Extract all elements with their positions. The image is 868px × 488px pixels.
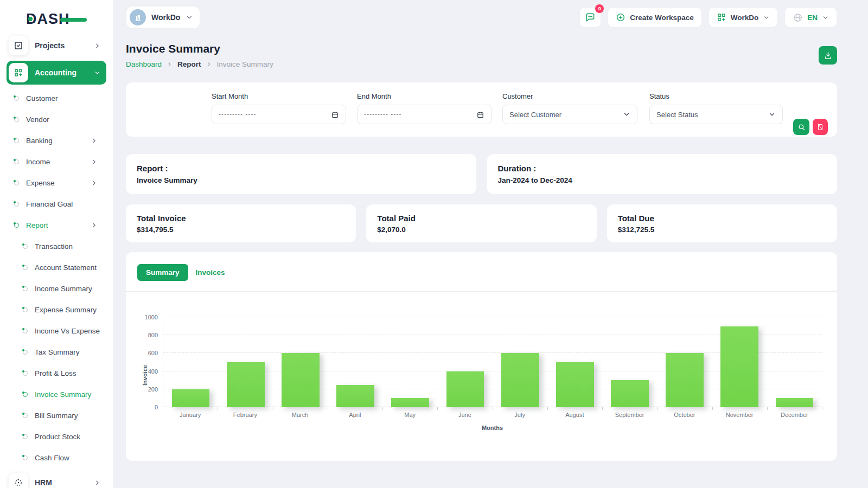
chevron-right-icon [206, 61, 212, 67]
topbar-actions: 0 Create Workspace WorkDo EN [579, 7, 837, 28]
bar-september[interactable] [611, 380, 649, 407]
sidebar-item-product-stock[interactable]: Product Stock [7, 426, 106, 447]
sidebar-item-bill-summary[interactable]: Bill Summary [7, 405, 106, 426]
sidebar-item-label: Customer [26, 94, 106, 102]
totals-row: Total Invoice $314,795.5 Total Paid $2,0… [126, 204, 837, 242]
total-due-value: $312,725.5 [618, 226, 826, 234]
sidebar-item-income[interactable]: Income [7, 151, 106, 172]
sidebar-item-label: Bill Summary [35, 412, 106, 420]
workspace-selector[interactable]: WorkDo [126, 6, 200, 29]
sidebar-item-expense[interactable]: Expense [7, 172, 106, 194]
language-code: EN [807, 14, 818, 22]
chart-x-tick [163, 407, 163, 410]
sidebar-item-banking[interactable]: Banking [7, 130, 106, 151]
chart-month-label: August [547, 412, 602, 418]
chart-x-tick [657, 407, 658, 410]
sidebar-item-financial-goal[interactable]: Financial Goal [7, 194, 106, 215]
download-button[interactable] [819, 46, 837, 65]
bar-october[interactable] [666, 353, 704, 407]
sidebar-item-accounting[interactable]: Accounting [7, 61, 106, 85]
chart-y-tick: 1000 [145, 314, 158, 320]
bullet-icon [14, 181, 19, 185]
sidebar-item-label: Tax Summary [35, 348, 106, 356]
chart-bar-slot [547, 317, 602, 407]
sidebar-item-projects[interactable]: Projects [7, 34, 106, 57]
bullet-icon [14, 138, 19, 143]
chart-bar-slot [493, 317, 547, 407]
tab-invoices[interactable]: Invoices [196, 268, 225, 277]
tab-summary[interactable]: Summary [137, 264, 188, 281]
bullet-icon [23, 329, 28, 333]
chevron-down-icon [763, 14, 770, 21]
duration-card-value: Jan-2024 to Dec-2024 [498, 176, 827, 184]
breadcrumb-report[interactable]: Report [177, 60, 201, 68]
sidebar-item-label: Invoice Summary [35, 390, 106, 399]
bar-august[interactable] [556, 362, 594, 407]
sidebar-item-cash-flow[interactable]: Cash Flow [7, 447, 106, 468]
bar-february[interactable] [227, 362, 265, 407]
sidebar-item-expense-summary[interactable]: Expense Summary [7, 299, 106, 320]
create-workspace-button[interactable]: Create Workspace [608, 7, 702, 28]
sidebar-item-income-summary[interactable]: Income Summary [7, 278, 106, 299]
bar-may[interactable] [391, 398, 429, 407]
customer-select[interactable]: Select Customer [502, 105, 637, 124]
chevron-down-icon [768, 111, 776, 118]
bar-november[interactable] [720, 326, 758, 407]
circle-plus-icon [616, 12, 626, 22]
sidebar-item-transaction[interactable]: Transaction [7, 236, 106, 257]
sidebar-item-profit-loss[interactable]: Profit & Loss [7, 363, 106, 384]
chart-x-tick [822, 407, 822, 410]
checkbox-icon [9, 36, 28, 55]
bar-april[interactable] [336, 385, 374, 408]
messages-button[interactable]: 0 [579, 7, 601, 28]
chart-y-tick: 200 [148, 386, 158, 393]
sidebar: DASH ProjectsAccountingCustomerVendorBan… [0, 0, 113, 488]
start-month-input[interactable]: --------- ---- [212, 105, 346, 124]
sidebar-item-tax-summary[interactable]: Tax Summary [7, 342, 106, 363]
bar-january[interactable] [172, 389, 210, 407]
apply-filter-button[interactable] [793, 119, 809, 135]
sidebar-item-invoice-summary[interactable]: Invoice Summary [7, 384, 106, 405]
breadcrumb-dashboard[interactable]: Dashboard [126, 60, 162, 68]
status-select[interactable]: Select Status [649, 105, 783, 124]
sidebar-item-report[interactable]: Report [7, 215, 106, 236]
invoice-bar-chart: Invoice 02004006008001000 JanuaryFebruar… [163, 317, 822, 442]
logo-dash-bar [60, 18, 87, 22]
start-month-label: Start Month [212, 92, 346, 100]
chart-bar-slot [328, 317, 383, 407]
reset-filter-button[interactable] [813, 119, 828, 135]
chart-month-label: January [163, 412, 218, 418]
chevron-right-icon [94, 42, 101, 49]
calendar-icon [331, 111, 339, 119]
total-paid-card: Total Paid $2,070.0 [366, 204, 596, 242]
bar-december[interactable] [776, 398, 814, 407]
chevron-down-icon [94, 69, 101, 76]
dash-logo[interactable]: DASH [0, 0, 113, 34]
topbar: WorkDo 0 Create Workspace WorkDo [126, 5, 837, 29]
bullet-icon [23, 434, 28, 439]
sidebar-item-customer[interactable]: Customer [7, 88, 106, 109]
calendar-icon [476, 111, 484, 119]
workspace-avatar [130, 9, 146, 25]
chart-bar-slot [163, 317, 218, 407]
sidebar-item-vendor[interactable]: Vendor [7, 109, 106, 130]
workspace-switcher[interactable]: WorkDo [709, 7, 778, 28]
bar-march[interactable] [282, 353, 320, 407]
chart-bars [163, 317, 822, 407]
bullet-icon [23, 371, 28, 376]
sidebar-item-account-statement[interactable]: Account Statement [7, 257, 106, 278]
hub-icon [9, 473, 28, 488]
total-paid-label: Total Paid [377, 214, 585, 223]
workspace-switcher-label: WorkDo [731, 14, 759, 22]
end-month-label: End Month [357, 92, 492, 100]
messages-badge: 0 [595, 4, 604, 13]
chart-month-label: June [437, 412, 492, 418]
breadcrumb-current: Invoice Summary [217, 60, 273, 68]
bar-july[interactable] [501, 353, 539, 407]
chart-month-label: November [712, 412, 767, 418]
sidebar-item-hrm[interactable]: HRM [7, 471, 106, 488]
language-selector[interactable]: EN [784, 7, 837, 28]
end-month-input[interactable]: --------- ---- [357, 105, 492, 124]
sidebar-item-income-vs-expense[interactable]: Income Vs Expense [7, 320, 106, 342]
bar-june[interactable] [446, 371, 484, 407]
